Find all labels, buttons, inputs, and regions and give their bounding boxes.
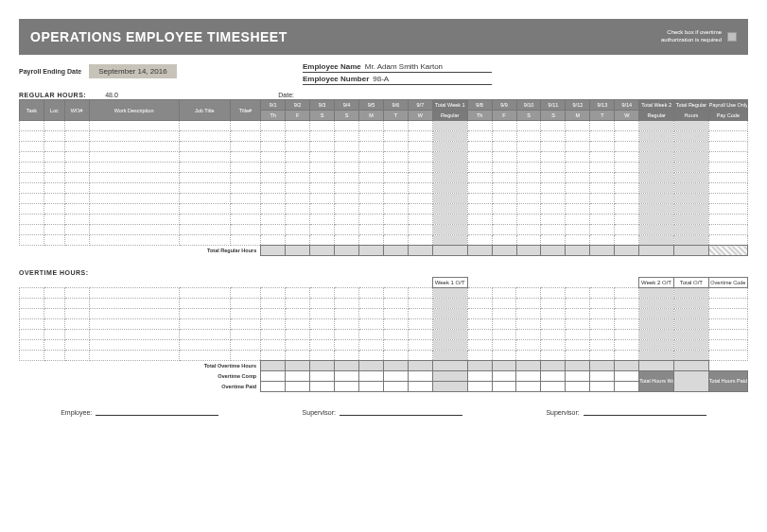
cell[interactable] [408,382,432,392]
cell[interactable] [408,351,432,361]
cell[interactable] [230,309,260,319]
cell[interactable] [179,173,230,183]
cell[interactable] [334,299,358,309]
cell[interactable] [64,235,89,246]
cell[interactable] [674,225,709,235]
cell[interactable] [335,246,359,256]
cell[interactable] [566,194,590,204]
cell[interactable] [615,173,639,183]
cell[interactable] [615,371,639,382]
cell[interactable] [615,235,639,246]
cell[interactable] [230,183,260,194]
cell[interactable] [408,173,432,183]
cell[interactable] [467,246,492,256]
cell[interactable] [566,361,590,371]
cell[interactable] [230,299,260,309]
cell[interactable] [230,204,260,215]
cell[interactable] [590,246,615,256]
cell[interactable] [383,340,408,351]
cell[interactable] [64,152,89,163]
cell[interactable] [708,288,747,299]
cell[interactable] [674,215,709,225]
cell[interactable] [310,131,335,142]
cell[interactable] [492,371,516,382]
cell[interactable] [467,319,492,330]
cell[interactable] [310,319,335,330]
cell[interactable] [334,330,358,340]
cell[interactable] [261,340,286,351]
cell[interactable] [20,204,44,215]
cell[interactable] [310,215,335,225]
cell[interactable] [383,225,408,235]
cell[interactable] [708,194,747,204]
cell[interactable] [408,288,432,299]
cell[interactable] [516,163,541,173]
cell[interactable] [541,299,566,309]
cell[interactable] [566,330,590,340]
cell[interactable] [432,246,467,256]
cell[interactable] [492,194,516,204]
cell[interactable] [310,361,335,371]
cell[interactable] [708,340,747,351]
cell[interactable] [467,194,492,204]
cell[interactable] [590,235,615,246]
cell[interactable] [516,371,541,382]
cell[interactable] [44,163,64,173]
cell[interactable] [20,131,44,142]
cell[interactable] [408,340,432,351]
cell[interactable] [286,382,310,392]
cell[interactable] [566,142,590,152]
cell[interactable] [590,163,615,173]
cell[interactable] [383,215,408,225]
cell[interactable] [492,319,516,330]
cell[interactable] [310,246,335,256]
cell[interactable] [230,235,260,246]
cell[interactable] [615,194,639,204]
cell[interactable] [639,204,674,215]
cell[interactable] [179,183,230,194]
cell[interactable] [383,204,408,215]
cell[interactable] [179,351,230,361]
cell[interactable] [179,319,230,330]
cell[interactable] [492,246,516,256]
cell[interactable] [590,215,615,225]
cell[interactable] [230,330,260,340]
cell[interactable] [310,204,335,215]
cell[interactable] [566,235,590,246]
cell[interactable] [335,225,359,235]
cell[interactable] [674,173,709,183]
cell[interactable] [261,121,286,131]
cell[interactable] [408,246,432,256]
cell[interactable] [179,204,230,215]
cell[interactable] [44,309,64,319]
cell[interactable] [639,361,674,371]
cell[interactable] [590,121,615,131]
cell[interactable] [708,215,747,225]
cell[interactable] [179,235,230,246]
cell[interactable] [674,204,709,215]
cell[interactable] [359,225,384,235]
cell[interactable] [492,131,516,142]
cell[interactable] [615,204,639,215]
cell[interactable] [566,204,590,215]
cell[interactable] [335,131,359,142]
cell[interactable] [286,351,310,361]
cell[interactable] [590,142,615,152]
cell[interactable] [639,131,674,142]
sig-supervisor-line[interactable] [340,415,462,416]
cell[interactable] [639,235,674,246]
cell[interactable] [358,351,383,361]
cell[interactable] [230,152,260,163]
cell[interactable] [20,225,44,235]
cell[interactable] [615,246,639,256]
cell[interactable] [286,152,310,163]
cell[interactable] [179,142,230,152]
cell[interactable] [673,288,708,299]
cell[interactable] [335,194,359,204]
cell[interactable] [467,204,492,215]
cell[interactable] [492,382,516,392]
cell[interactable] [408,121,432,131]
cell[interactable] [639,340,674,351]
cell[interactable] [383,121,408,131]
cell[interactable] [89,183,179,194]
